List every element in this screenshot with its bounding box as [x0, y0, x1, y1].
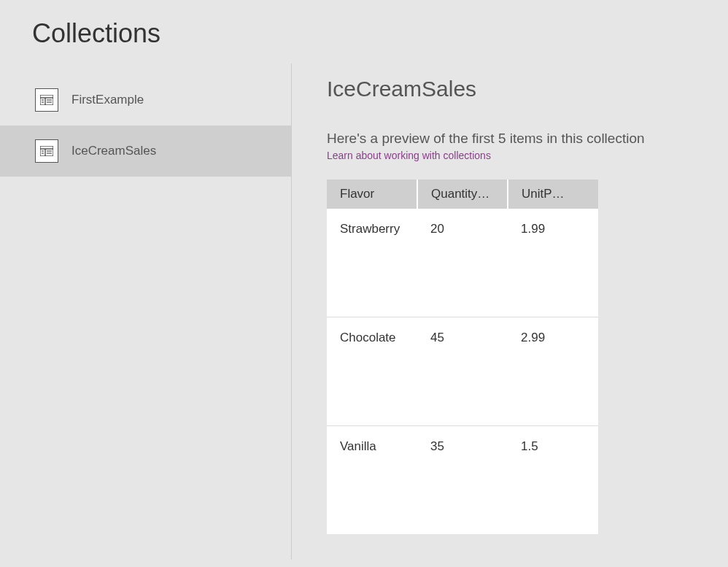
collection-icon — [35, 139, 58, 163]
cell-unitprice: 1.5 — [508, 426, 598, 535]
cell-flavor: Chocolate — [327, 317, 417, 426]
table-header-row: Flavor Quantity… UnitP… — [327, 180, 598, 209]
cell-unitprice: 2.99 — [508, 317, 598, 426]
sidebar-item-label: IceCreamSales — [71, 144, 156, 158]
table-row[interactable]: Chocolate 45 2.99 — [327, 317, 598, 426]
cell-quantity: 45 — [417, 317, 508, 426]
learn-collections-link[interactable]: Learn about working with collections — [327, 150, 491, 161]
column-header-flavor[interactable]: Flavor — [327, 180, 417, 209]
sidebar-item-icecreamsales[interactable]: IceCreamSales — [0, 126, 291, 177]
table-row[interactable]: Strawberry 20 1.99 — [327, 209, 598, 317]
cell-quantity: 35 — [417, 426, 508, 535]
preview-table-wrap: Flavor Quantity… UnitP… Strawberry 20 1.… — [327, 180, 598, 534]
column-header-quantity[interactable]: Quantity… — [417, 180, 508, 209]
preview-description: Here's a preview of the first 5 items in… — [327, 131, 728, 147]
detail-panel: IceCreamSales Here's a preview of the fi… — [292, 63, 728, 560]
preview-table: Flavor Quantity… UnitP… Strawberry 20 1.… — [327, 180, 598, 534]
table-row[interactable]: Vanilla 35 1.5 — [327, 426, 598, 535]
collection-icon — [35, 88, 58, 112]
collection-detail-title: IceCreamSales — [327, 63, 728, 131]
cell-flavor: Vanilla — [327, 426, 417, 535]
cell-unitprice: 1.99 — [508, 209, 598, 317]
collections-sidebar: FirstExample IceCreamSales — [0, 63, 292, 560]
content-area: FirstExample IceCreamSales IceCreamSales… — [0, 63, 728, 560]
sidebar-item-label: FirstExample — [71, 93, 144, 107]
column-header-unitprice[interactable]: UnitP… — [508, 180, 598, 209]
page-title: Collections — [0, 0, 728, 63]
sidebar-item-firstexample[interactable]: FirstExample — [0, 74, 291, 126]
cell-quantity: 20 — [417, 209, 508, 317]
cell-flavor: Strawberry — [327, 209, 417, 317]
